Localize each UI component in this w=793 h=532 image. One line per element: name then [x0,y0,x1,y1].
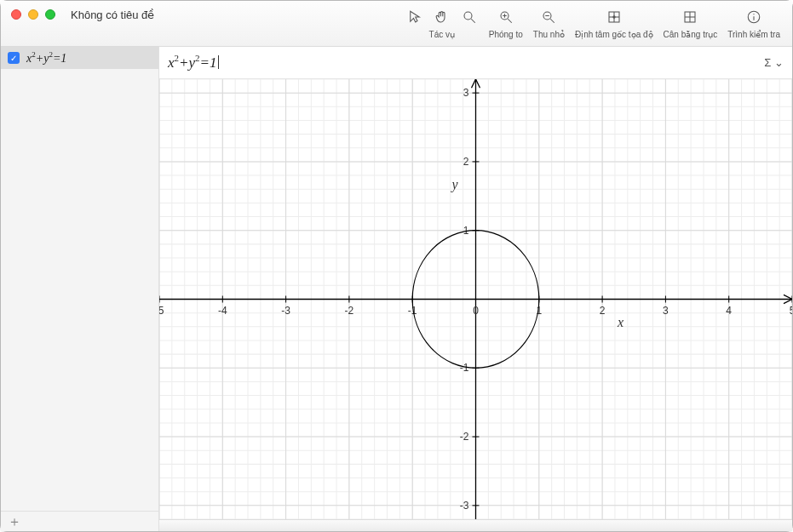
svg-text:y: y [451,177,459,192]
svg-text:3: 3 [463,87,469,99]
window-title: Không có tiêu đề [71,9,154,21]
svg-text:2: 2 [463,156,469,168]
sidebar: ✓ x2+y2=1 ＋ [1,47,159,531]
app-window: Không có tiêu đề Tác vụ [0,0,793,532]
svg-text:3: 3 [663,305,669,317]
center-origin-button[interactable] [605,8,623,26]
toolbar-actions-label: Tác vụ [429,30,455,39]
toolbar-group-inspector: Trình kiểm tra [722,4,785,39]
svg-text:5: 5 [790,305,792,317]
center-origin-label: Định tâm gốc tọa độ [575,30,653,39]
inspector-label: Trình kiểm tra [727,30,780,39]
svg-line-1 [471,19,475,23]
svg-text:0: 0 [473,305,479,317]
equalize-axes-label: Cân bằng trục [664,30,718,39]
inspector-button[interactable] [744,8,763,26]
toolbar: Tác vụ Phóng to Thu nhỏ [400,4,785,39]
svg-text:-4: -4 [218,305,227,317]
titlebar: Không có tiêu đề Tác vụ [1,1,792,47]
svg-text:-3: -3 [281,305,290,317]
svg-line-7 [551,19,555,23]
zoom-in-label: Phóng to [489,30,523,39]
sidebar-footer: ＋ [1,511,158,531]
zoom-box-button[interactable] [460,8,479,26]
minimize-window-button[interactable] [28,9,38,20]
pointer-tool-button[interactable] [405,8,424,26]
formula-input[interactable]: x2+y2=1 [168,54,219,72]
hand-tool-button[interactable] [433,8,451,26]
svg-line-3 [508,19,512,23]
body: ✓ x2+y2=1 ＋ x2+y2=1 Σ ⌄ -5-4-3-2-1012345… [1,47,792,531]
svg-point-12 [613,16,615,18]
toolbar-group-center: Định tâm gốc tọa độ [570,4,658,39]
zoom-in-button[interactable] [497,8,515,26]
svg-text:-2: -2 [345,305,354,317]
window-controls [11,9,55,20]
zoom-out-button[interactable] [539,8,558,26]
svg-point-0 [464,12,472,20]
equation-visibility-checkbox[interactable]: ✓ [8,52,20,64]
equation-list-item[interactable]: ✓ x2+y2=1 [1,47,158,69]
svg-text:2: 2 [600,305,606,317]
svg-text:4: 4 [726,305,732,317]
zoom-out-label: Thu nhỏ [533,30,565,39]
add-equation-button[interactable]: ＋ [8,515,21,529]
svg-text:x: x [617,315,624,330]
svg-text:-1: -1 [460,362,469,374]
horizontal-scrollbar[interactable] [159,519,792,531]
sigma-menu-button[interactable]: Σ ⌄ [764,56,784,69]
svg-point-18 [754,14,755,14]
close-window-button[interactable] [11,9,21,20]
svg-text:-5: -5 [159,305,164,317]
toolbar-group-equalize: Cân bằng trục [658,4,723,39]
formula-bar: x2+y2=1 Σ ⌄ [159,47,792,79]
toolbar-group-zoomout: Thu nhỏ [528,4,570,39]
fullscreen-window-button[interactable] [45,9,55,20]
toolbar-group-actions: Tác vụ [400,4,484,39]
equation-list-text: x2+y2=1 [26,50,66,66]
svg-text:-3: -3 [460,500,469,512]
svg-text:-2: -2 [460,431,469,443]
main-area: x2+y2=1 Σ ⌄ -5-4-3-2-1012345-3-2-1123xy [159,47,792,531]
plot-canvas[interactable]: -5-4-3-2-1012345-3-2-1123xy [159,79,792,519]
toolbar-group-zoomin: Phóng to [484,4,528,39]
equalize-axes-button[interactable] [681,8,699,26]
